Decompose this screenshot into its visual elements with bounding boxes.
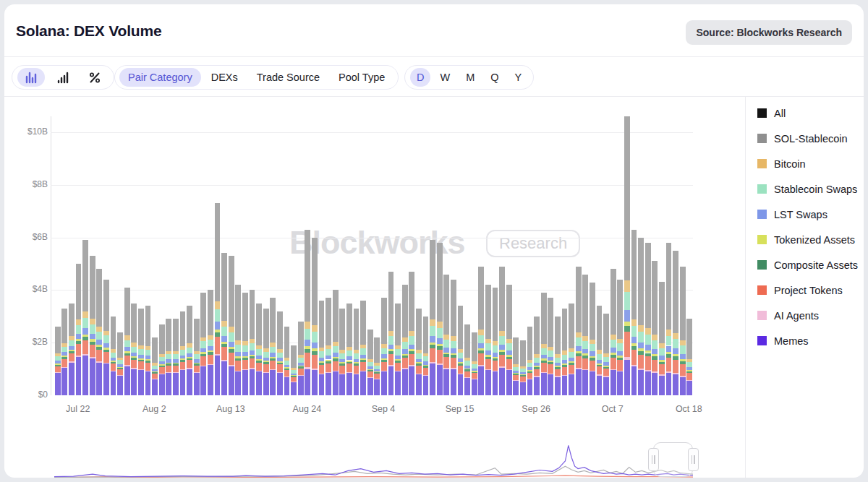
bar-aug-18[interactable] (263, 309, 269, 395)
bar-aug-1[interactable] (145, 306, 151, 395)
bar-jul-26[interactable] (103, 280, 109, 395)
bar-sep-2[interactable] (367, 330, 373, 395)
legend-item-tokenized-assets[interactable]: Tokenized Assets (752, 227, 861, 252)
bar-oct-2[interactable] (576, 267, 582, 395)
bar-jul-23[interactable] (82, 240, 88, 395)
bar-chart-icon-button[interactable] (49, 68, 77, 87)
bar-sep-26[interactable] (534, 317, 540, 395)
granularity-tab-q[interactable]: Q (484, 68, 505, 87)
bar-jul-27[interactable] (111, 317, 116, 395)
bar-aug-2[interactable] (152, 337, 158, 395)
granularity-tab-y[interactable]: Y (509, 68, 529, 87)
legend-item-sol-stablecoin[interactable]: SOL-Stablecoin (752, 126, 861, 151)
bar-oct-1[interactable] (569, 304, 574, 395)
bar-aug-26[interactable] (319, 301, 325, 395)
bar-oct-17[interactable] (680, 267, 686, 395)
bar-sep-23[interactable] (513, 337, 519, 395)
bar-sep-13[interactable] (443, 275, 449, 395)
bar-aug-12[interactable] (221, 253, 227, 395)
bar-sep-18[interactable] (478, 267, 484, 395)
bar-oct-16[interactable] (673, 251, 678, 395)
bar-oct-4[interactable] (590, 282, 595, 395)
bar-sep-14[interactable] (451, 280, 456, 395)
legend-item-lst-swaps[interactable]: LST Swaps (752, 202, 861, 227)
bar-aug-6[interactable] (180, 311, 186, 395)
bar-sep-10[interactable] (423, 317, 429, 395)
filter-tab-pair-category[interactable]: Pair Category (119, 68, 201, 87)
bar-sep-3[interactable] (374, 337, 380, 395)
bar-jul-24[interactable] (90, 256, 95, 395)
bar-jul-19[interactable] (55, 327, 61, 395)
bar-aug-7[interactable] (187, 306, 192, 395)
bar-aug-4[interactable] (166, 319, 171, 395)
bar-oct-9[interactable] (624, 116, 630, 395)
bar-sep-15[interactable] (458, 306, 464, 395)
bar-sep-5[interactable] (388, 272, 394, 395)
navigator-minichart[interactable] (54, 435, 693, 478)
bar-sep-9[interactable] (416, 309, 422, 395)
bar-aug-31[interactable] (354, 309, 359, 395)
bar-aug-16[interactable] (250, 290, 255, 395)
bar-oct-5[interactable] (597, 306, 603, 395)
granularity-tab-w[interactable]: W (433, 68, 456, 87)
bar-sep-4[interactable] (381, 298, 387, 395)
bar-aug-27[interactable] (326, 298, 331, 395)
bar-sep-16[interactable] (464, 324, 470, 395)
bar-aug-28[interactable] (333, 290, 339, 395)
legend-item-memes[interactable]: Memes (752, 328, 861, 353)
bar-aug-21[interactable] (284, 327, 290, 395)
bar-jul-22[interactable] (76, 264, 82, 395)
bar-aug-20[interactable] (277, 311, 283, 395)
stacked-bar-chart-icon-button[interactable] (17, 68, 45, 87)
percent-icon-button[interactable] (81, 68, 109, 87)
navigator-left-handle[interactable] (648, 448, 659, 471)
bar-aug-17[interactable] (256, 304, 262, 395)
bar-oct-15[interactable] (666, 243, 672, 395)
bar-aug-30[interactable] (346, 304, 352, 395)
bar-sep-8[interactable] (409, 272, 414, 395)
bar-aug-9[interactable] (200, 293, 206, 395)
bar-oct-18[interactable] (686, 319, 692, 395)
bar-sep-11[interactable] (430, 240, 435, 395)
legend-item-bitcoin[interactable]: Bitcoin (752, 151, 861, 176)
bar-sep-27[interactable] (541, 293, 547, 395)
bar-sep-6[interactable] (395, 304, 401, 395)
legend-item-project-tokens[interactable]: Project Tokens (752, 277, 861, 303)
bar-oct-6[interactable] (603, 314, 609, 395)
bar-aug-19[interactable] (270, 298, 276, 395)
bar-jul-20[interactable] (61, 309, 67, 395)
bar-oct-10[interactable] (631, 230, 637, 395)
bar-oct-13[interactable] (652, 261, 658, 395)
bar-aug-25[interactable] (312, 238, 318, 395)
bar-sep-28[interactable] (548, 298, 553, 395)
legend-item-all[interactable]: All (752, 100, 861, 126)
bar-aug-8[interactable] (194, 319, 200, 395)
bar-aug-24[interactable] (305, 230, 310, 395)
navigator-right-handle[interactable] (688, 448, 699, 471)
legend-item-composite-assets[interactable]: Composite Assets (752, 252, 861, 277)
bar-oct-12[interactable] (645, 243, 651, 395)
granularity-tab-d[interactable]: D (410, 68, 430, 87)
bar-jul-25[interactable] (96, 269, 102, 395)
bar-aug-23[interactable] (298, 322, 304, 395)
bar-aug-15[interactable] (242, 293, 248, 395)
bar-oct-3[interactable] (582, 275, 588, 395)
bar-sep-22[interactable] (506, 285, 512, 395)
bar-sep-7[interactable] (402, 285, 408, 395)
bar-aug-11[interactable] (215, 203, 221, 395)
legend-item-ai-agents[interactable]: AI Agents (752, 303, 861, 328)
navigator-window[interactable] (653, 442, 693, 477)
bar-sep-24[interactable] (520, 340, 526, 395)
bar-oct-14[interactable] (659, 282, 665, 395)
bar-sep-12[interactable] (437, 243, 443, 395)
bar-aug-10[interactable] (208, 290, 213, 395)
granularity-tab-m[interactable]: M (459, 68, 481, 87)
bar-sep-1[interactable] (360, 301, 366, 395)
bar-sep-30[interactable] (562, 309, 568, 395)
bar-aug-14[interactable] (235, 285, 241, 395)
bar-aug-29[interactable] (339, 309, 345, 395)
bar-aug-22[interactable] (291, 345, 297, 395)
filter-tab-trade-source[interactable]: Trade Source (248, 68, 328, 87)
bar-oct-8[interactable] (617, 280, 623, 395)
bar-sep-21[interactable] (499, 267, 505, 395)
